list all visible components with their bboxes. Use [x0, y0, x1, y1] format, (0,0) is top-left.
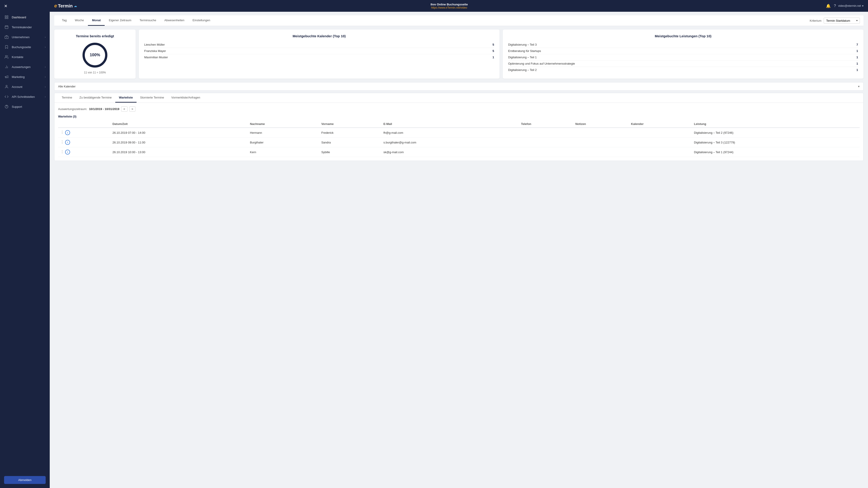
tab-abwesenheiten[interactable]: Abwesenheiten — [160, 15, 188, 26]
sidebar-item-unternehmen-label: Unternehmen — [12, 35, 30, 39]
kalender-name-0: Lieschen Müller — [144, 43, 165, 46]
col-datetime: Datum/Zeit — [110, 121, 248, 128]
svg-rect-3 — [7, 18, 8, 19]
col-nachname: Nachname — [248, 121, 319, 128]
cell-vorname: Sybille — [319, 147, 381, 157]
close-icon[interactable]: ✕ — [0, 0, 50, 12]
cell-email: s.burgthaler@g-mail.com — [381, 138, 519, 147]
card-leistungen-title: Meistgebuchte Leistungen (Top 10) — [508, 34, 858, 38]
logo-termin: Termin — [58, 3, 72, 8]
next-button[interactable]: > — [129, 106, 135, 111]
cell-notizen — [573, 128, 629, 138]
cell-telefon — [519, 147, 573, 157]
kriterium-label: Kriterium — [810, 19, 822, 22]
dots-menu-icon[interactable]: ⋮ — [60, 130, 64, 134]
tab-einstellungen[interactable]: Einstellungen — [188, 15, 214, 26]
logo-e: e — [54, 3, 57, 9]
dots-menu-icon[interactable]: ⋮ — [60, 150, 64, 154]
sidebar-item-terminkalender[interactable]: Terminkalender — [0, 22, 50, 32]
chevron-down-icon: ▾ — [862, 4, 864, 7]
tab-terminsuche[interactable]: Terminsuche — [135, 15, 160, 26]
sidebar-item-auswertungen[interactable]: Auswertungen › — [0, 62, 50, 72]
tab-monat[interactable]: Monat — [88, 15, 105, 26]
kriterium-select[interactable]: Termin Startdatum Buchungsdatum — [824, 18, 860, 24]
svg-point-11 — [5, 55, 7, 57]
booking-url[interactable]: https://www.eTermin.net/video — [77, 6, 821, 9]
api-icon — [4, 94, 9, 99]
cell-kalender — [629, 128, 692, 138]
col-notizen: Notizen — [573, 121, 629, 128]
cell-telefon — [519, 128, 573, 138]
sidebar: ✕ Dashboard Terminkalender Unternehmen ›… — [0, 0, 50, 488]
table-header-row: Datum/Zeit Nachname Vorname E-Mail Telef… — [58, 121, 860, 128]
kalender-select-bar[interactable]: Alle Kalender ▾ — [54, 82, 864, 91]
cell-datetime: 26.10.2019 09:00 - 11:00 — [110, 138, 248, 147]
col-telefon: Telefon — [519, 121, 573, 128]
help-icon[interactable]: ? — [834, 4, 836, 8]
inner-tabs-bar: Termine Zu bestätigende Termine Wartelis… — [55, 93, 863, 103]
sidebar-item-buchungsseite[interactable]: Buchungsseite › — [0, 42, 50, 52]
list-item: Franziska Mayer 5 — [144, 48, 494, 54]
users-icon — [4, 55, 9, 59]
kalender-list: Lieschen Müller 5 Franziska Mayer 5 Maxi… — [144, 41, 494, 60]
prev-button[interactable]: < — [121, 106, 127, 111]
cell-leistung: Digitalisierung – Teil 1 (97244) — [692, 147, 860, 157]
info-icon[interactable]: i — [65, 150, 70, 155]
stats-row: Termine bereits erledigt 100% 11 von 11 … — [54, 30, 864, 78]
card-kalender-title: Meistgebuchte Kalender (Top 10) — [144, 34, 494, 38]
leistung-name-4: Digitalisierung – Teil 2 — [508, 68, 537, 72]
sidebar-item-dashboard[interactable]: Dashboard — [0, 12, 50, 22]
list-item: Maximilian Muster 1 — [144, 54, 494, 60]
logo: eTermin☁ — [54, 3, 77, 9]
col-email: E-Mail — [381, 121, 519, 128]
kalender-count-0: 5 — [493, 43, 494, 46]
leistung-name-3: Optimierung und Fokus auf Unternehmensst… — [508, 62, 575, 65]
header-icons: 🔔 ? — [826, 4, 836, 8]
chevron-right-icon: › — [45, 46, 46, 48]
bell-icon[interactable]: 🔔 — [826, 4, 831, 8]
sidebar-item-marketing[interactable]: Marketing › — [0, 72, 50, 82]
support-icon — [4, 104, 9, 109]
abmelden-button[interactable]: Abmelden — [4, 476, 46, 484]
warteliste-count: Warteliste (3) — [58, 115, 860, 118]
info-icon[interactable]: i — [65, 130, 70, 135]
grid-icon — [4, 15, 9, 20]
donut-chart: 100% — [81, 41, 108, 69]
bookmark-icon — [4, 44, 9, 50]
list-item: Erstberatung für Startups 1 — [508, 48, 858, 54]
donut-subtitle: 11 von 11 = 100% — [84, 71, 106, 74]
svg-rect-4 — [5, 26, 8, 29]
inner-tabs: Termine Zu bestätigende Termine Wartelis… — [54, 93, 864, 161]
sidebar-item-unternehmen[interactable]: Unternehmen › — [0, 32, 50, 42]
tab-eigener[interactable]: Eigener Zeitraum — [105, 15, 135, 26]
tabs-right: Kriterium Termin Startdatum Buchungsdatu… — [810, 18, 860, 24]
sidebar-item-account[interactable]: Account › — [0, 82, 50, 92]
row-actions: ⋮ i — [58, 138, 110, 147]
cell-email: sk@g-mail.com — [381, 147, 519, 157]
row-actions: ⋮ i — [58, 128, 110, 138]
col-actions — [58, 121, 110, 128]
inner-content: Auswertungszeitraum: 10/1/2019 - 10/31/2… — [55, 103, 863, 161]
info-icon[interactable]: i — [65, 140, 70, 145]
sidebar-item-support[interactable]: Support — [0, 102, 50, 111]
svg-rect-2 — [5, 18, 6, 19]
chevron-right-icon: › — [45, 86, 46, 88]
inner-tab-stornierte[interactable]: Stornierte Termine — [136, 93, 168, 103]
inner-tab-termine[interactable]: Termine — [58, 93, 76, 103]
inner-tab-warteliste[interactable]: Warteliste — [115, 93, 136, 103]
cell-datetime: 26.10.2019 07:00 - 14:00 — [110, 128, 248, 138]
donut-wrap: 100% 11 von 11 = 100% — [60, 41, 130, 74]
sidebar-item-api[interactable]: API Schnittstellen › — [0, 92, 50, 102]
card-leistungen: Meistgebuchte Leistungen (Top 10) Digita… — [503, 30, 864, 78]
tab-tag[interactable]: Tag — [58, 15, 71, 26]
dots-menu-icon[interactable]: ⋮ — [60, 140, 64, 144]
chevron-right-icon: › — [45, 36, 46, 38]
inner-tab-vormerkliste[interactable]: Vormerkliste/Anfragen — [168, 93, 204, 103]
building-icon — [4, 35, 9, 39]
tab-woche[interactable]: Woche — [71, 15, 88, 26]
header-user[interactable]: video@etermin.net ▾ — [838, 4, 864, 7]
calendar-icon — [4, 25, 9, 30]
inner-tab-zubestaetigen[interactable]: Zu bestätigende Termine — [76, 93, 115, 103]
cell-leistung: Digitalisierung – Teil 2 (97246) — [692, 128, 860, 138]
sidebar-item-kontakte[interactable]: Kontakte — [0, 52, 50, 62]
